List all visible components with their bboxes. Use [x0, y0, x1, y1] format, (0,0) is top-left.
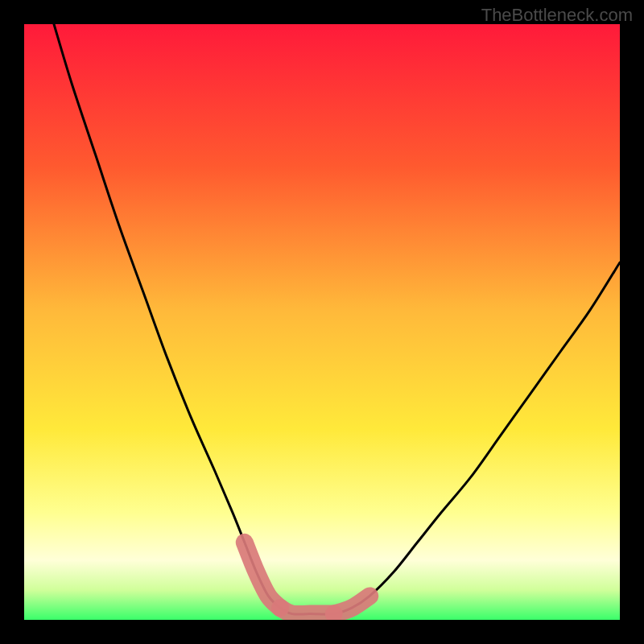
plot-area — [24, 24, 620, 620]
watermark-text: TheBottleneck.com — [481, 5, 633, 26]
chart-svg — [24, 24, 620, 620]
chart-container: TheBottleneck.com — [0, 0, 644, 644]
gradient-background — [24, 24, 620, 620]
